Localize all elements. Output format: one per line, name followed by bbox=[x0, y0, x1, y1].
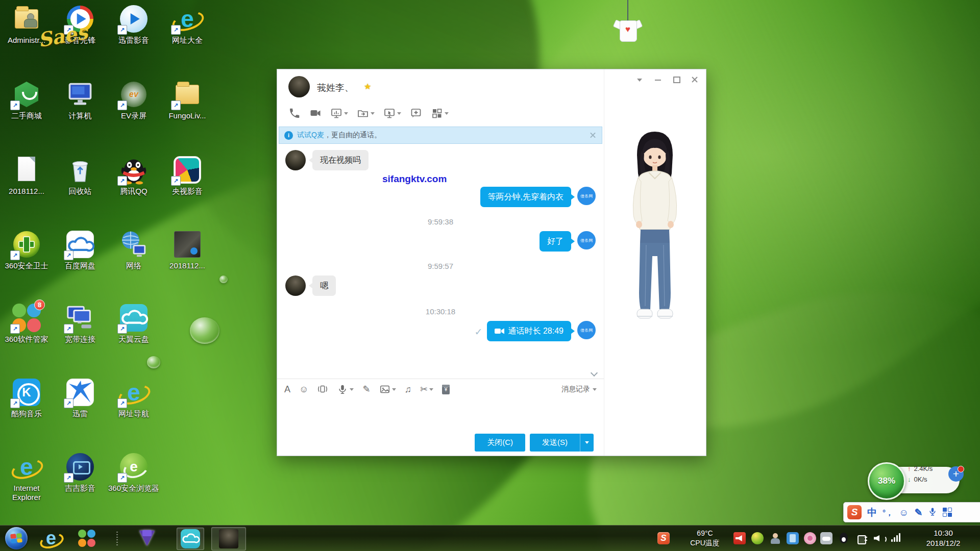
taskbar-pinwheel-button[interactable] bbox=[75, 525, 99, 551]
video-camera-icon bbox=[495, 327, 505, 335]
desktop-icon-360-software[interactable]: 8 ↗ 360软件管家 bbox=[0, 303, 53, 344]
desktop-icon-computer[interactable]: 计算机 bbox=[54, 80, 107, 120]
screen-demo-button[interactable] bbox=[328, 106, 350, 120]
send-button[interactable]: 发送(S) bbox=[530, 434, 580, 452]
tray-qq-icon[interactable] bbox=[838, 532, 850, 544]
desktop-icon-ev-recorder[interactable]: ev ↗ EV录屏 bbox=[107, 80, 160, 120]
notice-close-icon[interactable] bbox=[590, 132, 597, 139]
incoming-message-row: 嗯 bbox=[277, 276, 604, 296]
ie-logo-icon: e ↗ bbox=[119, 378, 149, 407]
peer-avatar[interactable] bbox=[285, 276, 306, 296]
desktop-icon-secondhand-mall[interactable]: ↗ 二手商城 bbox=[0, 80, 53, 120]
ime-emoji-button[interactable]: ☺ bbox=[899, 508, 909, 517]
image-button[interactable] bbox=[379, 384, 396, 395]
desktop-icon-kugou[interactable]: K ↗ 酷狗音乐 bbox=[0, 378, 53, 418]
create-session-button[interactable] bbox=[408, 106, 424, 120]
tray-360-icon[interactable] bbox=[751, 532, 764, 544]
qq-chat-window: 莪姓李、 ★ bbox=[277, 69, 706, 456]
tray-sogou-icon[interactable]: S bbox=[657, 532, 670, 544]
music-button[interactable]: ♫ bbox=[405, 384, 412, 395]
cpu-temperature: 69°CCPU温度 bbox=[682, 529, 728, 548]
kugou-music-icon: K ↗ bbox=[12, 378, 41, 407]
minimize-button[interactable] bbox=[654, 76, 662, 84]
cctv-player-icon: ↗ bbox=[173, 155, 202, 185]
ime-punctuation-toggle[interactable]: °， bbox=[883, 509, 893, 516]
fungoliv-folder-icon: ↗ bbox=[173, 80, 202, 109]
tray-flower-icon[interactable] bbox=[804, 532, 816, 544]
ime-toolbox-button[interactable] bbox=[943, 508, 952, 517]
memory-ball[interactable]: 38% bbox=[868, 462, 905, 500]
remote-desktop-button[interactable] bbox=[381, 106, 403, 120]
desktop-icon-site-daquan[interactable]: e ↗ 网址大全 bbox=[161, 4, 214, 45]
tray-assistant-icon[interactable] bbox=[769, 532, 781, 544]
apps-grid-button[interactable] bbox=[429, 106, 451, 120]
close-chat-button[interactable]: 关闭(C) bbox=[475, 434, 525, 452]
tray-power-plug-icon[interactable] bbox=[855, 532, 868, 544]
emoji-button[interactable]: ☺ bbox=[299, 384, 308, 395]
own-avatar[interactable]: 借条网 bbox=[577, 321, 596, 339]
taskbar: e S 69°CCPU温度 10:302018/12/2 bbox=[0, 525, 980, 551]
tray-cloud-icon[interactable] bbox=[820, 532, 832, 544]
file-transfer-button[interactable] bbox=[355, 106, 377, 120]
tray-announcement-icon[interactable] bbox=[733, 532, 746, 544]
desktop-icon-baidu-netdisk[interactable]: ↗ 百度网盘 bbox=[54, 230, 107, 270]
close-window-button[interactable] bbox=[691, 76, 699, 84]
desktop-icon-fungoliv[interactable]: ↗ FungoLiv... bbox=[161, 80, 214, 120]
start-button[interactable] bbox=[4, 525, 29, 551]
send-options-caret[interactable] bbox=[580, 434, 594, 452]
window-menu-caret-icon[interactable] bbox=[635, 76, 644, 84]
desktop-icon-broadband[interactable]: ↗ 宽带连接 bbox=[54, 303, 107, 344]
voice-call-button[interactable] bbox=[286, 106, 303, 120]
baidu-netdisk-icon: ↗ bbox=[65, 230, 95, 259]
desktop-icon-network[interactable]: 网络 bbox=[107, 230, 160, 270]
call-duration-bubble[interactable]: 通话时长 28:49 bbox=[487, 321, 571, 341]
desktop-icon-jiji-player[interactable]: ↗ 吉吉影音 bbox=[54, 452, 107, 493]
message-history-button[interactable]: 消息记录 bbox=[561, 385, 597, 394]
font-button[interactable]: A bbox=[284, 384, 290, 395]
sogou-logo-icon[interactable]: S bbox=[847, 505, 862, 519]
qq-show-doll[interactable] bbox=[617, 124, 693, 329]
taskbar-clock[interactable]: 10:302018/12/2 bbox=[913, 528, 974, 548]
video-call-button[interactable] bbox=[307, 106, 324, 120]
taskbar-ie-button[interactable]: e bbox=[38, 525, 64, 551]
taskbar-vplayer-button[interactable] bbox=[134, 525, 160, 551]
desktop-icon-360-safe[interactable]: ↗ 360安全卫士 bbox=[0, 230, 53, 270]
accelerate-plus-button[interactable]: + bbox=[948, 466, 964, 482]
screenshot-button[interactable]: ✂ bbox=[420, 384, 433, 395]
desktop-icon-video-file[interactable]: 2018112... bbox=[161, 230, 214, 270]
speed-widget: 38% ↑2.4K/s ↓0K/s + bbox=[868, 461, 967, 499]
desktop-icon-xunlei-player[interactable]: ↗ 迅雷影音 bbox=[107, 4, 160, 45]
peer-avatar[interactable] bbox=[288, 76, 310, 97]
desktop-icon-360-browser[interactable]: e ↗ 360安全浏览器 bbox=[107, 452, 160, 493]
desktop-icon-site-navigation[interactable]: e ↗ 网址导航 bbox=[107, 378, 160, 418]
ime-voice-button[interactable] bbox=[928, 507, 937, 518]
taskbar-cloud-button[interactable] bbox=[177, 528, 204, 550]
ime-language-toggle[interactable]: 中 bbox=[867, 508, 877, 517]
own-avatar[interactable]: 借条网 bbox=[577, 187, 596, 205]
peer-avatar[interactable] bbox=[285, 150, 306, 170]
own-avatar[interactable]: 借条网 bbox=[577, 231, 596, 249]
desktop-icon-tencent-qq[interactable]: ↗ 腾讯QQ bbox=[107, 155, 160, 196]
maximize-button[interactable] bbox=[672, 76, 680, 84]
tray-network-icon[interactable] bbox=[890, 532, 902, 544]
tray-volume-icon[interactable] bbox=[873, 532, 885, 544]
voice-message-button[interactable] bbox=[337, 384, 354, 395]
button-row: 关闭(C) 发送(S) bbox=[277, 428, 604, 457]
desktop-icon-internet-explorer[interactable]: e Internet Explorer bbox=[0, 452, 53, 502]
scroll-to-bottom-icon[interactable] bbox=[591, 369, 598, 377]
qmic-try-link[interactable]: 试试Q麦 bbox=[297, 131, 324, 140]
taskbar-qq-chat-button[interactable] bbox=[211, 527, 246, 550]
desktop-icon-tianyi-cloud[interactable]: ↗ 天翼云盘 bbox=[107, 303, 160, 344]
desktop-icon-recycle-bin[interactable]: 回收站 bbox=[54, 155, 107, 196]
ime-handwriting-button[interactable]: ✎ bbox=[914, 508, 922, 517]
incoming-bubble: 嗯 bbox=[312, 276, 336, 296]
tray-mobile-icon[interactable] bbox=[787, 532, 799, 544]
red-packet-button[interactable]: ¥ bbox=[442, 385, 450, 394]
desktop-icon-xunlei[interactable]: ↗ 迅雷 bbox=[54, 378, 107, 418]
window-shake-button[interactable] bbox=[317, 384, 328, 395]
desktop-icon-cctv-player[interactable]: ↗ 央视影音 bbox=[161, 155, 214, 196]
call-record-row: ✓ 通话时长 28:49 借条网 bbox=[277, 321, 604, 341]
message-input[interactable] bbox=[277, 399, 604, 428]
desktop-icon-text-doc[interactable]: 2018112... bbox=[0, 155, 53, 196]
handwriting-button[interactable]: ✎ bbox=[362, 384, 370, 395]
